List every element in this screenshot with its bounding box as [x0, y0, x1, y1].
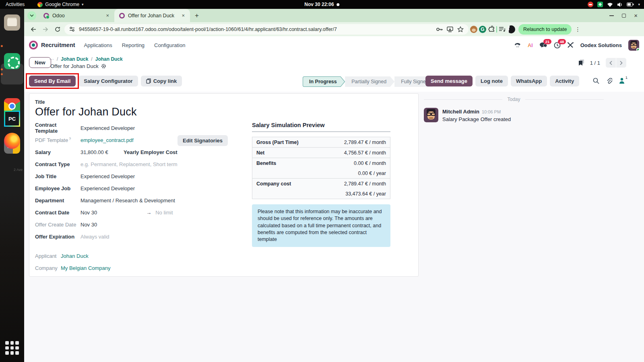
contract-date-value[interactable]: Nov 30 — [80, 210, 97, 216]
copy-link-button[interactable]: Copy link — [141, 76, 182, 86]
activity-button[interactable]: Activity — [550, 76, 579, 86]
extension-monkey-icon[interactable] — [470, 26, 477, 33]
recruitment-app-icon[interactable] — [29, 41, 38, 49]
relaunch-to-update-button[interactable]: Relaunch to update — [518, 24, 572, 35]
extensions-puzzle-icon[interactable] — [488, 26, 495, 33]
applicant-link[interactable]: Johan Duck — [61, 253, 89, 259]
pdf-template-link[interactable]: employee_contract.pdf — [80, 137, 134, 143]
tab-close-icon[interactable]: × — [180, 12, 186, 19]
passwords-key-icon[interactable] — [436, 27, 443, 32]
messages-button[interactable]: 21 — [539, 42, 547, 48]
field-contract-date: Contract Date Nov 30 → No limit — [35, 206, 224, 218]
search-icon[interactable] — [593, 78, 599, 84]
reload-button[interactable] — [52, 24, 63, 35]
record-indicator-icon — [337, 3, 340, 6]
profile-avatar-icon[interactable] — [507, 25, 515, 33]
forward-button[interactable] — [40, 24, 51, 35]
voip-button[interactable] — [514, 42, 521, 48]
salary-configurator-button[interactable]: Salary Configurator — [78, 76, 138, 86]
system-top-bar: Activities Google Chrome ▾ Nov 30 22:06 … — [0, 0, 644, 9]
tab-search-button[interactable] — [27, 11, 36, 20]
contract-type-input[interactable]: e.g. Permanent, Replacement, Short term — [80, 161, 178, 167]
activities-button[interactable]: Activities — [0, 2, 30, 7]
breadcrumb-item[interactable]: Johan Duck — [61, 56, 88, 62]
tab-offer[interactable]: Offer for Johan Duck × — [114, 9, 190, 22]
field-salary: Salary 31,800.00 € Yearly Employer Cost — [35, 146, 224, 158]
ai-button[interactable]: AI — [528, 42, 533, 48]
edit-signatories-button[interactable]: Edit Signatories — [178, 135, 228, 146]
yearly-employer-cost-label[interactable]: Yearly Employer Cost — [124, 149, 178, 155]
browser-menu-icon[interactable]: ⋮ — [573, 26, 582, 33]
sync-app-icon[interactable] — [4, 53, 20, 69]
system-tray[interactable]: ▾ — [588, 2, 644, 7]
chrome-icon — [37, 2, 43, 7]
followers-count: 1 — [625, 75, 627, 80]
install-icon[interactable] — [447, 27, 453, 32]
chatter: Today Mitchell Admin10:06 PM Salary Pack… — [424, 95, 604, 122]
odoo-navbar: Recruitment Applications Reporting Confi… — [24, 36, 644, 54]
company-switcher[interactable]: Oodex Solutions — [580, 42, 622, 48]
menu-reporting[interactable]: Reporting — [122, 42, 144, 48]
offer-expiration-input[interactable]: Always valid — [80, 234, 109, 240]
close-window-button[interactable]: × — [634, 14, 638, 18]
new-button[interactable]: New — [29, 57, 51, 68]
pager-previous-button[interactable] — [606, 58, 616, 68]
tab-close-icon[interactable]: × — [105, 12, 110, 19]
clock[interactable]: Nov 30 22:06 — [304, 2, 339, 7]
back-button[interactable] — [28, 24, 39, 35]
media-queue-icon[interactable] — [499, 27, 506, 32]
firefox-app-icon[interactable] — [4, 133, 20, 149]
sim-row-company-cost-month: Company cost2,789.47 € / month — [252, 178, 390, 189]
contract-end-date-input[interactable]: No limit — [155, 210, 173, 216]
restore-button[interactable] — [622, 14, 626, 18]
site-settings-icon[interactable] — [69, 27, 75, 32]
app-name[interactable]: Recruitment — [41, 42, 75, 48]
menu-configuration[interactable]: Configuration — [154, 42, 185, 48]
log-note-button[interactable]: Log note — [475, 76, 508, 86]
status-partially-signed[interactable]: Partially Signed — [345, 76, 394, 87]
help-icon[interactable]: ? — [69, 137, 71, 141]
tab-odoo[interactable]: Odoo × — [39, 9, 114, 22]
offer-create-date-value[interactable]: Nov 30 — [80, 222, 97, 228]
field-offer-expiration: Offer Expiration Always valid — [35, 230, 224, 243]
minimize-button[interactable] — [609, 15, 614, 16]
department-value[interactable]: Management / Research & Development — [80, 197, 175, 204]
debug-tools-button[interactable] — [567, 42, 574, 48]
field-offer-create-date: Offer Create Date Nov 30 — [35, 218, 224, 230]
user-avatar[interactable] — [628, 40, 639, 51]
show-apps-button[interactable] — [5, 341, 19, 355]
activities-menu-button[interactable]: 48 — [554, 42, 561, 49]
files-app-icon[interactable] — [4, 14, 20, 31]
url-text[interactable]: 94558657-19-0-all.runbot167.odoo.com/odo… — [79, 27, 432, 32]
breadcrumb-item[interactable]: Johan Duck — [95, 56, 123, 62]
employee-job-value[interactable]: Experienced Developer — [80, 185, 135, 191]
divider — [496, 26, 497, 33]
followers-button[interactable]: 1 — [619, 78, 625, 84]
field-company: Company My Belgian Company — [35, 262, 224, 274]
phone-icon — [514, 42, 521, 48]
address-bar[interactable]: 94558657-19-0-all.runbot167.odoo.com/odo… — [64, 24, 469, 35]
send-by-email-button[interactable]: Send By Email — [29, 76, 76, 86]
whatsapp-button[interactable]: WhatsApp — [511, 76, 547, 86]
message-author[interactable]: Mitchell Admin — [442, 109, 479, 115]
app-menu[interactable]: Google Chrome ▾ — [37, 2, 83, 7]
bookmark-icon[interactable] — [578, 60, 584, 66]
job-title-value[interactable]: Experienced Developer — [80, 173, 135, 179]
activity-count-badge: 48 — [558, 39, 566, 44]
status-in-progress[interactable]: In Progress — [303, 76, 345, 87]
menu-applications[interactable]: Applications — [84, 42, 112, 48]
send-message-button[interactable]: Send message — [425, 76, 473, 86]
company-link[interactable]: My Belgian Company — [61, 265, 111, 271]
contract-template-value[interactable]: Experienced Developer — [80, 125, 135, 131]
offer-title[interactable]: Offer for Johan Duck — [35, 106, 137, 118]
new-tab-button[interactable]: + — [190, 12, 204, 20]
pager-next-button[interactable] — [616, 58, 626, 68]
pycharm-app-icon[interactable]: PC — [4, 111, 20, 127]
gear-icon[interactable] — [101, 64, 106, 69]
extension-grammarly-icon[interactable]: G — [479, 26, 486, 33]
breadcrumb-ellipsis[interactable]: ··· — [49, 56, 54, 62]
bookmark-star-icon[interactable] — [457, 26, 464, 32]
paperclip-icon[interactable] — [606, 77, 612, 84]
chatter-message[interactable]: Mitchell Admin10:06 PM Salary Package Of… — [424, 108, 604, 122]
salary-value[interactable]: 31,800.00 € — [80, 149, 124, 155]
